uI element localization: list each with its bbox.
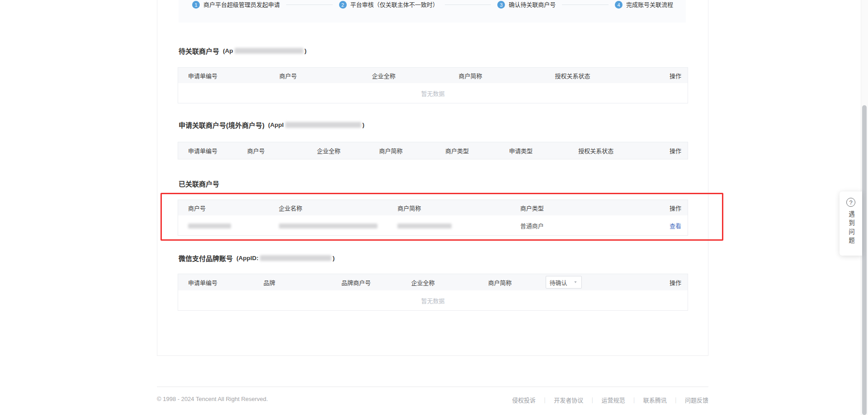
masked-appid <box>260 255 331 261</box>
copyright-text: © 1998 - 2024 Tencent All Right Reserved… <box>157 396 268 402</box>
status-filter-value: 待确认 <box>550 278 567 287</box>
step-4: 4 完成账号关联流程 <box>615 1 673 9</box>
overseas-merchants-table: 申请单编号 商户号 企业全称 商户简称 商户类型 申请类型 授权关系状态 操作 <box>178 142 688 159</box>
linked-table-header: 商户号 企业名称 商户简称 商户类型 操作 <box>178 200 688 215</box>
footer-link-developer-agreement[interactable]: 开发者协议 <box>554 397 583 404</box>
col-header-auth-status: 授权关系状态 <box>568 146 636 155</box>
col-header-merchant-shortname: 商户简称 <box>478 278 546 287</box>
footer-separator: ｜ <box>542 397 548 404</box>
section-title-brand: 微信支付品牌账号 (AppID: ) <box>179 253 335 263</box>
step-1: 1 商户平台超级管理员发起申请 <box>192 1 280 9</box>
col-header-action: 操作 <box>632 204 688 212</box>
pending-merchants-table: 申请单编号 商户号 企业全称 商户简称 授权关系状态 操作 暂无数据 <box>178 67 688 103</box>
linked-merchant-row: 普通商户 查看 <box>178 215 688 235</box>
step-2: 2 平台审核（仅关联主体不一致时） <box>339 1 439 9</box>
step-3: 3 确认待关联商户号 <box>497 1 556 9</box>
pending-appid-prefix: (Ap <box>223 47 233 54</box>
footer-link-operation-rules[interactable]: 运营规范 <box>601 397 625 404</box>
col-header-brand: 品牌 <box>254 278 331 287</box>
col-header-merchant-id: 商户号 <box>237 146 307 155</box>
step-4-label: 完成账号关联流程 <box>626 1 673 9</box>
col-header-status-filter: 待确认 ▼ <box>546 276 609 289</box>
brand-table-empty: 暂无数据 <box>178 290 688 310</box>
masked-appid <box>285 122 361 128</box>
col-header-request-id: 申请单编号 <box>178 146 237 155</box>
footer-separator: ｜ <box>631 397 637 404</box>
brand-appid: (AppID: ) <box>236 255 335 261</box>
brand-appid-suffix: ) <box>333 255 335 261</box>
brand-accounts-table: 申请单编号 品牌 品牌商户号 企业全称 商户简称 待确认 ▼ 操作 暂无数据 <box>178 274 688 311</box>
brand-table-header: 申请单编号 品牌 品牌商户号 企业全称 商户简称 待确认 ▼ 操作 <box>178 274 688 290</box>
cell-merchant-type: 普通商户 <box>510 221 632 230</box>
page: 1 商户平台超级管理员发起申请 2 平台审核（仅关联主体不一致时） 3 确认待关… <box>0 0 868 415</box>
status-filter-dropdown[interactable]: 待确认 ▼ <box>546 276 582 289</box>
question-mark-icon: ? <box>846 198 855 207</box>
col-header-company-fullname: 企业全称 <box>401 278 478 287</box>
cell-merchant-id <box>178 222 269 229</box>
step-connector <box>286 5 333 5</box>
section-title-brand-text: 微信支付品牌账号 <box>179 253 233 263</box>
masked-merchant-id <box>188 224 231 228</box>
section-title-pending: 待关联商户号 (Ap ) <box>179 46 307 56</box>
section-title-pending-text: 待关联商户号 <box>179 46 219 56</box>
view-link[interactable]: 查看 <box>670 223 681 229</box>
step-1-badge: 1 <box>192 1 200 9</box>
footer-link-contact-tencent[interactable]: 联系腾讯 <box>643 397 667 404</box>
help-widget[interactable]: ? 遇到问题 <box>840 191 862 256</box>
footer-links: 侵权投诉 ｜ 开发者协议 ｜ 运营规范 ｜ 联系腾讯 ｜ 问题反馈 <box>452 396 708 404</box>
linked-merchants-table: 商户号 企业名称 商户简称 商户类型 操作 普通商户 查看 <box>178 200 688 236</box>
section-title-linked: 已关联商户号 <box>179 179 219 188</box>
col-header-auth-status: 授权关系状态 <box>545 71 635 80</box>
overseas-appid-prefix: (AppI <box>268 121 284 128</box>
col-header-company-name: 企业名称 <box>269 204 388 212</box>
col-header-merchant-id: 商户号 <box>269 71 362 80</box>
cell-action: 查看 <box>632 221 688 230</box>
brand-appid-prefix: (AppID: <box>236 255 259 261</box>
footer-link-infringement[interactable]: 侵权投诉 <box>512 397 536 404</box>
vertical-scrollbar-thumb[interactable] <box>862 105 867 415</box>
section-title-overseas: 申请关联商户号(境外商户号) (AppI ) <box>179 120 364 130</box>
col-header-action: 操作 <box>635 71 688 80</box>
col-header-merchant-type: 商户类型 <box>435 146 499 155</box>
footer-separator: ｜ <box>590 397 595 404</box>
col-header-request-id: 申请单编号 <box>178 71 269 80</box>
footer-link-feedback[interactable]: 问题反馈 <box>685 397 708 404</box>
step-1-label: 商户平台超级管理员发起申请 <box>203 1 280 9</box>
pending-appid: (Ap ) <box>223 47 307 54</box>
col-header-company-fullname: 企业全称 <box>307 146 369 155</box>
col-header-request-type: 申请类型 <box>499 146 568 155</box>
col-header-merchant-type: 商户类型 <box>510 204 632 212</box>
footer-divider <box>157 387 708 387</box>
col-header-merchant-shortname: 商户简称 <box>369 146 436 155</box>
footer-separator: ｜ <box>673 397 679 404</box>
section-title-linked-text: 已关联商户号 <box>179 179 219 188</box>
help-widget-label: 遇到问题 <box>846 211 855 246</box>
step-connector <box>445 5 491 5</box>
cell-company-name <box>269 222 388 229</box>
step-4-badge: 4 <box>615 1 623 9</box>
col-header-merchant-id: 商户号 <box>178 204 269 212</box>
step-3-badge: 3 <box>497 1 505 9</box>
col-header-request-id: 申请单编号 <box>178 278 254 287</box>
association-stepper: 1 商户平台超级管理员发起申请 2 平台审核（仅关联主体不一致时） 3 确认待关… <box>179 0 686 23</box>
masked-merchant-shortname <box>397 224 452 228</box>
col-header-action: 操作 <box>636 146 688 155</box>
pending-appid-suffix: ) <box>305 47 307 54</box>
overseas-appid: (AppI ) <box>268 121 364 128</box>
step-3-label: 确认待关联商户号 <box>509 1 556 9</box>
pending-table-header: 申请单编号 商户号 企业全称 商户简称 授权关系状态 操作 <box>178 68 688 83</box>
col-header-merchant-shortname: 商户简称 <box>387 204 510 212</box>
pending-table-empty: 暂无数据 <box>178 83 688 103</box>
col-header-brand-merchant-id: 品牌商户号 <box>331 278 401 287</box>
cell-merchant-shortname <box>387 222 510 229</box>
section-title-overseas-text: 申请关联商户号(境外商户号) <box>179 120 264 130</box>
col-header-action: 操作 <box>609 278 688 287</box>
overseas-table-header: 申请单编号 商户号 企业全称 商户简称 商户类型 申请类型 授权关系状态 操作 <box>178 142 688 159</box>
chevron-down-icon: ▼ <box>574 280 578 284</box>
step-2-badge: 2 <box>339 1 347 9</box>
step-connector <box>562 5 609 5</box>
col-header-company-fullname: 企业全称 <box>362 71 449 80</box>
masked-company-name <box>279 224 377 228</box>
col-header-merchant-shortname: 商户简称 <box>448 71 545 80</box>
overseas-appid-suffix: ) <box>363 121 365 128</box>
